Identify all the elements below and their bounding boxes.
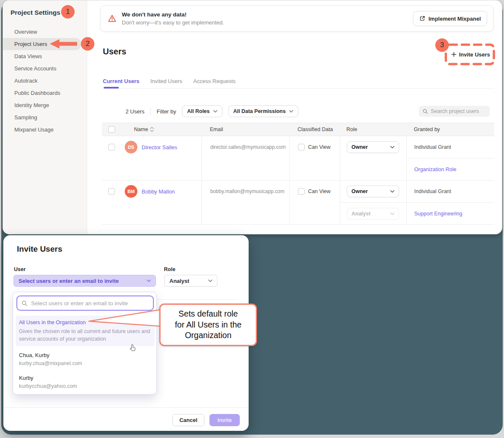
sidebar-item-autotrack[interactable]: Autotrack [3, 75, 87, 87]
option-description: Gives the chosen role to all current and… [19, 328, 150, 343]
option-chua-kurby[interactable]: Chua, Kurby kurby.chua@mixpanel.com [19, 352, 82, 366]
grant-source: Individual Grant [407, 188, 451, 194]
page-title: Project Settings [11, 9, 60, 16]
tab-access-requests[interactable]: Access Requests [193, 78, 236, 84]
sidebar-item-identity-merge[interactable]: Identity Merge [3, 99, 87, 111]
option-name: Kurby [19, 375, 77, 381]
chevron-down-icon [208, 279, 212, 282]
roles-filter-label: All Roles [187, 108, 210, 114]
banner-title: We don't have any data! [122, 11, 224, 18]
grant-source-link[interactable]: Support Engineering [407, 211, 462, 217]
role-cell: Owner Analyst [340, 180, 406, 224]
user-email: bobby.mallon@mymusicapp.com [202, 188, 284, 194]
can-view-label: Can View [308, 144, 330, 150]
chevron-down-icon [390, 146, 394, 148]
row-select-cell [102, 136, 121, 180]
roles-filter-dropdown[interactable]: All Roles [182, 105, 223, 117]
users-tabs: Current Users Invited Users Access Reque… [103, 78, 236, 84]
option-email: kurbycchua@yahoo.com [19, 383, 77, 389]
table-row: BM Bobby Mallon bobby.mallon@mymusicapp.… [102, 180, 494, 225]
classified-data-cell: Can View [289, 136, 340, 180]
role-select-dropdown[interactable]: Analyst [164, 275, 217, 287]
option-email: kurby.chua@mixpanel.com [19, 360, 82, 366]
option-kurby[interactable]: Kurby kurbycchua@yahoo.com [19, 375, 77, 389]
search-project-users-input[interactable] [431, 108, 486, 114]
chevron-down-icon [390, 190, 394, 193]
search-icon [21, 300, 27, 306]
implement-mixpanel-label: Implement Mixpanel [429, 16, 481, 22]
email-cell: bobby.mallon@mymusicapp.com [201, 180, 289, 224]
callout-line: for All Users in the [161, 320, 255, 331]
sidebar: Project Settings Overview Project Users … [3, 0, 87, 234]
invite-users-label: Invite Users [459, 51, 490, 58]
sidebar-item-service-accounts[interactable]: Service Accounts [3, 62, 87, 75]
granted-by-cell: Individual Grant Organization Role [406, 136, 494, 180]
user-name-link[interactable]: Director Salles [142, 144, 177, 150]
row-checkbox[interactable] [108, 188, 115, 195]
external-link-icon [419, 16, 425, 21]
row-checkbox[interactable] [108, 144, 115, 150]
can-view-checkbox[interactable] [298, 144, 305, 150]
dropdown-search-input[interactable] [31, 300, 149, 306]
banner-subtitle: Don't worry—it's easy to get implemented… [122, 19, 224, 26]
user-name-link[interactable]: Bobby Mallon [142, 188, 175, 195]
option-name: Chua, Kurby [19, 352, 82, 358]
chevron-down-icon [390, 212, 394, 215]
sidebar-item-overview[interactable]: Overview [3, 26, 87, 38]
sidebar-item-sampling[interactable]: Sampling [3, 111, 87, 124]
avatar: DS [125, 141, 137, 153]
tab-current-users[interactable]: Current Users [103, 78, 139, 84]
sort-icon[interactable] [150, 127, 154, 132]
invite-submit-button[interactable]: Invite [209, 414, 240, 426]
annotation-step-3-badge: 3 [435, 38, 449, 52]
permissions-filter-dropdown[interactable]: All Data Permissions [228, 105, 298, 117]
user-count: 2 Users [126, 108, 145, 115]
select-all-checkbox[interactable] [108, 126, 115, 133]
callout-tail [86, 306, 162, 328]
user-select-dropdown[interactable]: Select users or enter an email to invite [13, 275, 156, 287]
role-select-value: Analyst [169, 278, 189, 284]
hand-cursor-icon [129, 344, 137, 352]
filter-row: 2 Users Filter by All Roles All Data Per… [126, 105, 298, 117]
divider [150, 107, 151, 115]
callout-line: Organization [161, 330, 255, 341]
tabs-divider [103, 88, 494, 89]
tab-invited-users[interactable]: Invited Users [150, 78, 182, 84]
warning-icon [107, 14, 117, 23]
select-all-cell [102, 126, 121, 133]
annotation-step-1-badge: 1 [61, 5, 75, 19]
sidebar-item-public-dashboards[interactable]: Public Dashboards [3, 87, 87, 99]
classified-data-cell: Can View [289, 180, 340, 224]
column-header-granted-by: Granted by [406, 126, 494, 132]
role-select[interactable]: Owner [347, 141, 399, 153]
sidebar-item-data-views[interactable]: Data Views [3, 50, 87, 62]
filter-by-label: Filter by [157, 108, 176, 115]
grant-source: Individual Grant [407, 144, 451, 150]
role-select[interactable]: Owner [347, 185, 399, 197]
grant-source-link[interactable]: Organization Role [407, 167, 456, 172]
invite-users-button[interactable]: Invite Users [449, 48, 493, 61]
email-cell: director.salles@mymusicapp.com [201, 136, 289, 180]
user-select-value: Select users or enter an email to invite [19, 278, 119, 284]
chevron-down-icon [147, 279, 151, 282]
column-header-role: Role [340, 126, 406, 132]
cancel-button[interactable]: Cancel [172, 414, 204, 426]
name-cell: BM Bobby Mallon [121, 180, 201, 224]
search-project-users-box[interactable] [419, 106, 490, 117]
implement-mixpanel-button[interactable]: Implement Mixpanel [413, 11, 487, 26]
table-header-row: Name Email Classified Data Role Granted … [102, 123, 494, 136]
can-view-checkbox[interactable] [298, 188, 305, 195]
user-field-label: User [14, 266, 26, 272]
row-select-cell [102, 180, 121, 224]
column-header-name[interactable]: Name [121, 126, 201, 132]
project-settings-window: Project Settings Overview Project Users … [3, 0, 502, 234]
table-row: DS Director Salles director.salles@mymus… [102, 136, 494, 180]
active-tab-underline [104, 87, 119, 89]
modal-footer-divider [3, 407, 249, 408]
column-header-email: Email [201, 126, 289, 132]
secondary-role-select: Analyst [347, 208, 399, 220]
name-cell: DS Director Salles [121, 136, 201, 180]
sidebar-item-mixpanel-usage[interactable]: Mixpanel Usage [3, 124, 87, 136]
invite-users-modal: Invite Users User Select users or enter … [3, 235, 249, 431]
annotation-step-2-badge: 2 [81, 37, 94, 51]
